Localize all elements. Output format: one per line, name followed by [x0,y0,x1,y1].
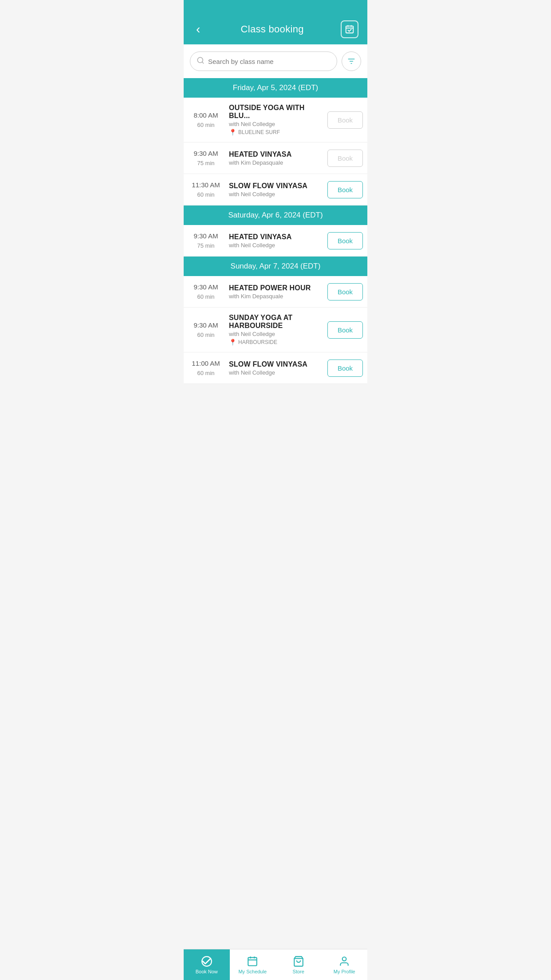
class-name: Sunday yoga at Harbourside [229,314,322,330]
class-time: 11:30 AM60 min [188,180,224,199]
class-time: 9:30 AM75 min [188,231,224,250]
class-time-value: 11:30 AM [188,180,224,190]
class-info: SLOW FLOW VINYASAwith Neil Colledge [227,182,324,198]
class-time: 9:30 AM60 min [188,282,224,301]
class-time: 9:30 AM60 min [188,320,224,339]
class-time-value: 8:00 AM [188,111,224,121]
class-instructor: with Neil Colledge [229,191,322,198]
class-instructor: with Kim Depasquale [229,159,322,166]
location-name: BLUELINE SURF [238,129,280,135]
class-duration: 60 min [188,121,224,130]
day-header-0: Friday, Apr 5, 2024 (EDT) [184,78,367,98]
search-area [184,44,367,78]
book-button: Book [327,111,363,129]
class-row: 9:30 AM75 minHEATED VINYASAwith Kim Depa… [184,142,367,174]
class-duration: 60 min [188,369,224,378]
app-header: ‹ Class booking [184,0,367,44]
search-icon [197,56,205,66]
class-name: HEATED VINYASA [229,150,322,158]
back-button[interactable]: ‹ [193,20,204,38]
class-time: 8:00 AM60 min [188,111,224,129]
class-info: OUTSIDE YOGA WITH BLU...with Neil Colled… [227,104,324,136]
class-info: Sunday yoga at Harboursidewith Neil Coll… [227,314,324,346]
filter-button[interactable] [342,51,361,71]
class-info: HEATED POWER HOURwith Kim Depasquale [227,284,324,300]
book-button[interactable]: Book [327,232,363,249]
class-row: 9:30 AM60 minSunday yoga at Harboursidew… [184,308,367,352]
location-icon: 📍 [229,339,236,346]
class-row: 9:30 AM60 minHEATED POWER HOURwith Kim D… [184,276,367,308]
class-name: OUTSIDE YOGA WITH BLU... [229,104,322,120]
class-instructor: with Neil Colledge [229,121,322,127]
class-row: 9:30 AM75 minHEATED VINYASAwith Neil Col… [184,225,367,257]
search-wrapper [190,51,337,71]
class-instructor: with Neil Colledge [229,242,322,249]
class-time-value: 9:30 AM [188,282,224,292]
class-row: 11:30 AM60 minSLOW FLOW VINYASAwith Neil… [184,174,367,205]
location-name: HARBOURSIDE [238,339,277,345]
day-header-2: Sunday, Apr 7, 2024 (EDT) [184,257,367,276]
search-input[interactable] [208,58,331,65]
book-button[interactable]: Book [327,321,363,339]
class-time: 11:00 AM60 min [188,359,224,377]
svg-line-5 [202,62,203,63]
svg-rect-0 [346,26,354,33]
class-name: SLOW FLOW VINYASA [229,360,322,368]
class-location: 📍BLUELINE SURF [229,129,322,136]
class-instructor: with Kim Depasquale [229,293,322,300]
class-time-value: 9:30 AM [188,149,224,159]
class-duration: 75 min [188,241,224,250]
schedule-content: Friday, Apr 5, 2024 (EDT)8:00 AM60 minOU… [184,78,367,419]
book-button[interactable]: Book [327,181,363,198]
class-row: 8:00 AM60 minOUTSIDE YOGA WITH BLU...wit… [184,98,367,142]
class-row: 11:00 AM60 minSLOW FLOW VINYASAwith Neil… [184,352,367,384]
class-instructor: with Neil Colledge [229,331,322,337]
class-info: HEATED VINYASAwith Kim Depasquale [227,150,324,166]
class-duration: 60 min [188,190,224,199]
class-time-value: 11:00 AM [188,359,224,369]
class-name: HEATED VINYASA [229,233,322,241]
class-instructor: with Neil Colledge [229,369,322,376]
class-time-value: 9:30 AM [188,320,224,331]
class-duration: 60 min [188,331,224,340]
page-title: Class booking [241,24,304,35]
calendar-button[interactable] [341,20,358,38]
class-duration: 60 min [188,292,224,301]
book-button: Book [327,150,363,167]
book-button[interactable]: Book [327,283,363,300]
class-name: HEATED POWER HOUR [229,284,322,292]
book-button[interactable]: Book [327,360,363,377]
class-time: 9:30 AM75 min [188,149,224,167]
location-icon: 📍 [229,129,236,136]
class-info: HEATED VINYASAwith Neil Colledge [227,233,324,249]
class-duration: 75 min [188,159,224,168]
filter-icon [347,57,356,66]
day-header-1: Saturday, Apr 6, 2024 (EDT) [184,205,367,225]
class-time-value: 9:30 AM [188,231,224,241]
class-info: SLOW FLOW VINYASAwith Neil Colledge [227,360,324,376]
calendar-check-icon [345,24,354,34]
class-location: 📍HARBOURSIDE [229,339,322,346]
class-name: SLOW FLOW VINYASA [229,182,322,190]
